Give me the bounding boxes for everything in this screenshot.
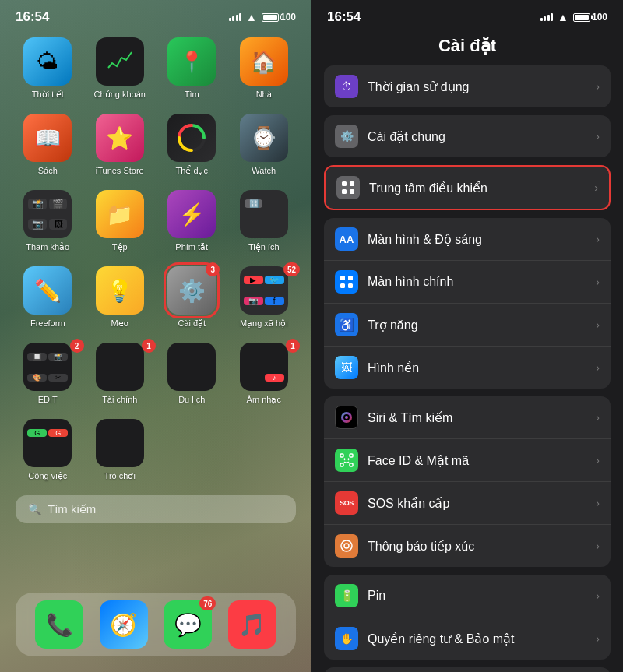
app-settings[interactable]: ⚙️ 3 Cài đặt <box>160 266 224 329</box>
control-center-icon <box>336 176 360 199</box>
edit-label: EDIT <box>38 395 58 404</box>
settings-item-screentime[interactable]: ⏱ Thời gian sử dụng › <box>324 65 611 107</box>
weather-icon: 🌤 <box>23 37 72 86</box>
settings-item-accessibility[interactable]: ♿ Trợ năng › <box>324 304 611 347</box>
edit-badge: 2 <box>70 339 84 353</box>
app-travel-folder[interactable]: Du lịch <box>160 343 224 405</box>
app-music-folder[interactable]: ♪ 1 Âm nhạc <box>232 343 297 405</box>
app-games-folder[interactable]: Trò chơi <box>88 419 153 481</box>
games-folder-icon <box>96 419 144 467</box>
faceid-chevron: › <box>596 454 600 466</box>
settings-item-control-center[interactable]: Trung tâm điều khiển › <box>326 167 609 209</box>
battery-chevron: › <box>596 589 600 602</box>
settings-item-appstore[interactable]: App Store › <box>324 667 611 672</box>
svg-rect-3 <box>342 189 347 194</box>
settings-section-control: Trung tâm điều khiển › <box>324 165 611 210</box>
fitness-label: Thể dục <box>175 166 208 176</box>
siri-label: Siri & Tìm kiếm <box>368 410 596 425</box>
settings-item-display[interactable]: AA Màn hình & Độ sáng › <box>324 218 611 261</box>
settings-item-sos[interactable]: SOS SOS khẩn cấp › <box>324 482 611 525</box>
general-label: Cài đặt chung <box>368 129 596 144</box>
app-finance-folder[interactable]: 1 Tài chính <box>88 343 153 405</box>
itunes-label: iTunes Store <box>96 166 144 175</box>
control-center-chevron: › <box>594 181 598 194</box>
watch-icon: ⌚ <box>240 114 288 162</box>
settings-item-battery[interactable]: 🔋 Pin › <box>324 575 611 617</box>
app-utilities-folder[interactable]: 🔢 Tiện ích <box>232 190 297 252</box>
control-center-label: Trung tâm điều khiển <box>369 181 594 195</box>
settings-item-siri[interactable]: Siri & Tìm kiếm › <box>324 396 611 439</box>
screentime-icon: ⏱ <box>335 75 358 98</box>
social-label: Mạng xã hội <box>240 318 288 329</box>
svg-point-17 <box>344 544 349 548</box>
dock-messages[interactable]: 💬 76 <box>164 600 212 649</box>
battery-icon-left: 100 <box>262 12 296 23</box>
reference-label: Tham khảo <box>26 242 69 252</box>
stocks-label: Chứng khoán <box>94 90 146 100</box>
svg-rect-8 <box>348 283 353 288</box>
app-files[interactable]: 📁 Tệp <box>88 190 153 252</box>
settings-item-contact-notify[interactable]: Thông báo tiếp xúc › <box>324 525 611 567</box>
homescreen-label: Màn hình chính <box>368 275 596 289</box>
settings-list: ⏱ Thời gian sử dụng › ⚙️ Cài đặt chung › <box>312 65 623 672</box>
battery-right-icon: 100 <box>573 12 607 23</box>
app-find[interactable]: 📍 Tìm <box>160 37 224 100</box>
social-folder-icon: ▶ 🐦 📷 f <box>240 266 288 315</box>
settings-label: Cài đặt <box>178 318 206 329</box>
app-freeform[interactable]: ✏️ Freeform <box>16 266 80 329</box>
app-work-folder[interactable]: G G Công việc <box>16 419 80 481</box>
tips-icon: 💡 <box>96 266 144 315</box>
app-edit-folder[interactable]: 🔲 📸 🎨 ✂ 2 EDIT <box>16 343 80 405</box>
dock-phone[interactable]: 📞 <box>35 600 83 649</box>
contact-notify-label: Thông báo tiếp xúc <box>368 539 596 554</box>
wallpaper-label: Hình nền <box>368 361 596 375</box>
dock-safari[interactable]: 🧭 <box>100 600 148 649</box>
accessibility-icon: ♿ <box>335 313 358 336</box>
search-bar[interactable]: 🔍 Tìm kiếm <box>16 495 296 523</box>
files-label: Tệp <box>112 242 128 252</box>
privacy-icon: ✋ <box>335 627 358 650</box>
find-icon: 📍 <box>167 37 216 86</box>
app-fitness[interactable]: Thể dục <box>160 114 224 176</box>
music-folder-label: Âm nhạc <box>247 395 281 405</box>
contact-notify-chevron: › <box>596 540 600 552</box>
social-badge: 52 <box>283 262 300 276</box>
app-shortcuts[interactable]: ⚡ Phím tắt <box>160 190 224 252</box>
settings-item-general[interactable]: ⚙️ Cài đặt chung › <box>324 115 611 157</box>
svg-rect-12 <box>340 454 343 457</box>
display-icon: AA <box>335 227 358 251</box>
music-icon: 🎵 <box>238 612 266 638</box>
utilities-label: Tiện ích <box>248 242 280 252</box>
svg-rect-2 <box>350 181 354 186</box>
app-social-folder[interactable]: ▶ 🐦 📷 f 52 Mạng xã hội <box>232 266 297 329</box>
app-stocks[interactable]: Chứng khoán <box>88 37 153 100</box>
sos-chevron: › <box>596 497 600 509</box>
app-weather[interactable]: 🌤 Thời tiết <box>16 37 80 100</box>
faceid-label: Face ID & Mật mã <box>368 453 596 468</box>
settings-item-privacy[interactable]: ✋ Quyền riêng tư & Bảo mật › <box>324 617 611 660</box>
settings-section-display-homescreen: AA Màn hình & Độ sáng › Màn hình chính › <box>324 218 611 389</box>
homescreen-chevron: › <box>596 276 600 288</box>
settings-item-wallpaper[interactable]: 🖼 Hình nền › <box>324 347 611 389</box>
time-left: 16:54 <box>16 9 49 25</box>
settings-item-homescreen[interactable]: Màn hình chính › <box>324 261 611 304</box>
app-books[interactable]: 📖 Sách <box>16 114 80 176</box>
settings-section-general: ⚙️ Cài đặt chung › <box>324 115 611 157</box>
home-screen: 16:54 ▲ 100 🌤 Thời tiết <box>0 0 312 672</box>
app-itunes[interactable]: ⭐ iTunes Store <box>88 114 153 176</box>
shortcuts-icon: ⚡ <box>167 190 216 238</box>
app-grid: 🌤 Thời tiết Chứng khoán 📍 Tìm 🏠 Nhà 📖 Sá… <box>0 30 312 489</box>
dock-music[interactable]: 🎵 <box>228 600 276 649</box>
svg-rect-7 <box>340 283 345 288</box>
status-icons-right: ▲ 100 <box>540 11 607 23</box>
app-watch[interactable]: ⌚ Watch <box>232 114 297 176</box>
wallpaper-icon: 🖼 <box>335 356 358 379</box>
app-tips[interactable]: 💡 Mẹo <box>88 266 153 329</box>
edit-folder-icon: 🔲 📸 🎨 ✂ <box>23 343 72 391</box>
app-home[interactable]: 🏠 Nhà <box>232 37 297 100</box>
settings-item-faceid[interactable]: Face ID & Mật mã › <box>324 439 611 482</box>
settings-header: Cài đặt <box>312 30 623 65</box>
travel-label: Du lịch <box>178 395 205 405</box>
battery-label: Pin <box>368 589 596 603</box>
app-reference-folder[interactable]: 📸 🎬 📷 🖼 Tham khảo <box>16 190 80 252</box>
